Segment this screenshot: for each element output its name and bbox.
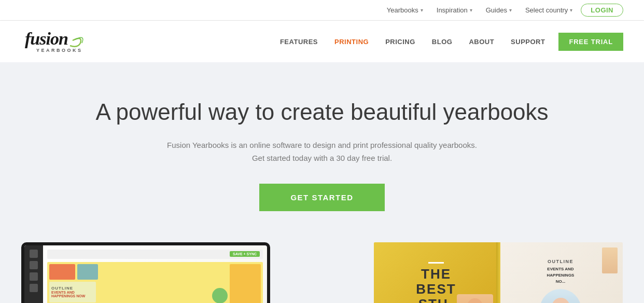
- inspiration-dropdown[interactable]: Inspiration ▾: [431, 6, 478, 14]
- sidebar-icon-4: [30, 284, 38, 292]
- book-accent-bar: [428, 262, 444, 264]
- hero-subtitle-line1: Fusion Yearbooks is an online software t…: [167, 141, 477, 149]
- laptop-topbar: SAVE + SYNC: [47, 250, 263, 259]
- inspiration-chevron-icon: ▾: [470, 7, 472, 13]
- sidebar-icon-3: [30, 272, 38, 281]
- book-right-page: OUTLINE EVENTS ANDHAPPENINGSNO...: [498, 242, 623, 303]
- country-dropdown[interactable]: Select country ▾: [520, 6, 578, 14]
- top-bar: Yearbooks ▾ Inspiration ▾ Guides ▾ Selec…: [0, 0, 644, 21]
- country-chevron-icon: ▾: [570, 7, 572, 13]
- yearbooks-chevron-icon: ▾: [421, 7, 423, 13]
- nav-features[interactable]: FEATURES: [272, 38, 326, 46]
- svg-text:fusion: fusion: [25, 29, 68, 48]
- book-left-page: THEBESTSTU-DEN: [374, 242, 498, 303]
- guides-label: Guides: [486, 6, 507, 14]
- hero-title: A powerful way to create beautiful yearb…: [95, 99, 548, 126]
- laptop-content: SAVE + SYNC OUTLINE EVENTS AND HAPPENING…: [43, 245, 267, 303]
- hero-images: SAVE + SYNC OUTLINE EVENTS AND HAPPENING…: [21, 242, 623, 303]
- nav-blog[interactable]: BLOG: [424, 38, 461, 46]
- sidebar-icon-1: [30, 250, 38, 258]
- nav-printing[interactable]: PRINTING: [326, 38, 377, 46]
- nav-support[interactable]: SUPPORT: [502, 38, 553, 46]
- laptop-screen: SAVE + SYNC OUTLINE EVENTS AND HAPPENING…: [24, 245, 267, 303]
- hero-section: A powerful way to create beautiful yearb…: [0, 62, 644, 303]
- laptop-yearbook-page: OUTLINE EVENTS AND HAPPENINGS NOW: [47, 262, 263, 303]
- nav-pricing[interactable]: PRICING: [377, 38, 424, 46]
- guides-dropdown[interactable]: Guides ▾: [481, 6, 517, 14]
- logo-svg: fusion YEARBOOKS: [21, 25, 88, 56]
- main-nav-links: FEATURES PRINTING PRICING BLOG ABOUT SUP…: [272, 33, 623, 51]
- svg-text:YEARBOOKS: YEARBOOKS: [36, 48, 83, 53]
- laptop-sidebar: [24, 245, 43, 303]
- inspiration-label: Inspiration: [437, 6, 468, 14]
- book-mockup: THEBESTSTU-DEN OUTLINE EVENTS ANDHAPPENI…: [374, 242, 623, 303]
- guides-chevron-icon: ▾: [509, 7, 512, 13]
- yearbooks-label: Yearbooks: [387, 6, 418, 14]
- hero-subtitle: Fusion Yearbooks is an online software t…: [167, 139, 477, 165]
- country-label: Select country: [525, 6, 568, 14]
- top-bar-nav: Yearbooks ▾ Inspiration ▾ Guides ▾ Selec…: [382, 4, 623, 17]
- free-trial-button[interactable]: FREE TRIAL: [558, 33, 623, 51]
- main-nav: fusion YEARBOOKS FEATURES PRINTING PRICI…: [0, 21, 644, 62]
- sidebar-icon-2: [30, 261, 38, 269]
- book-spine: [496, 242, 500, 303]
- laptop-mockup: SAVE + SYNC OUTLINE EVENTS AND HAPPENING…: [21, 242, 270, 303]
- get-started-button[interactable]: GET STARTED: [259, 184, 384, 211]
- laptop-save-sync-btn: SAVE + SYNC: [230, 251, 260, 257]
- yearbooks-dropdown[interactable]: Yearbooks ▾: [382, 6, 428, 14]
- login-button[interactable]: LOGIN: [581, 4, 623, 17]
- logo[interactable]: fusion YEARBOOKS: [21, 25, 88, 58]
- hero-subtitle-line2: Get started today with a 30 day free tri…: [252, 154, 392, 162]
- nav-about[interactable]: ABOUT: [460, 38, 502, 46]
